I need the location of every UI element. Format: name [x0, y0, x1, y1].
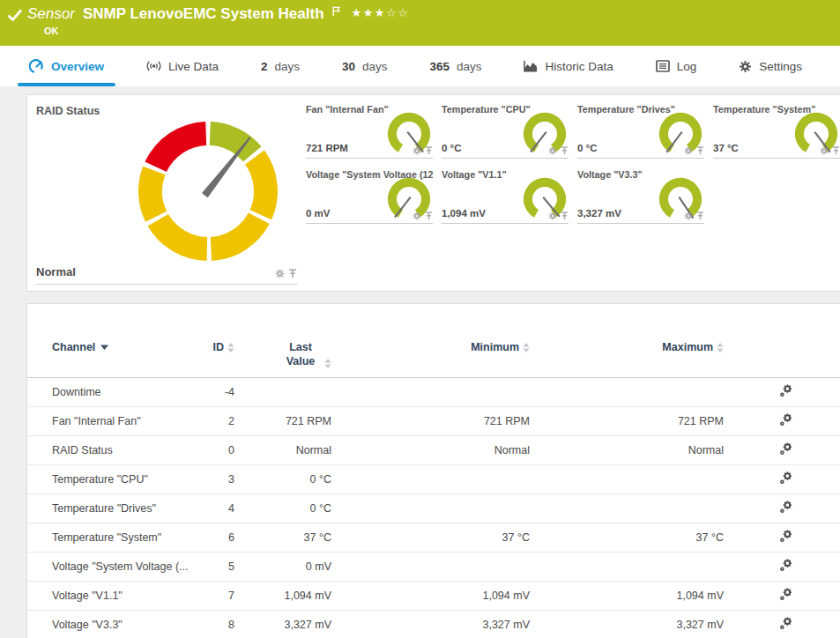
edit-channel-icon[interactable]: [779, 501, 792, 514]
cell-last-value: 1,094 mV: [234, 590, 331, 602]
gear-icon[interactable]: [684, 146, 693, 155]
tab-2-days[interactable]: 2 days: [249, 46, 311, 86]
column-header-minimum[interactable]: Minimum: [331, 341, 530, 353]
pin-icon[interactable]: [288, 269, 297, 278]
pin-icon[interactable]: [696, 146, 704, 155]
cell-minimum: 721 RPM: [331, 415, 530, 427]
edit-channel-icon[interactable]: [779, 559, 792, 572]
area-chart-icon: [524, 60, 538, 73]
table-row-voltage-v3-3[interactable]: Voltage "V3.3" 8 3,327 mV 3,327 mV 3,327…: [27, 611, 840, 638]
cell-id: 3: [209, 473, 234, 486]
column-header-id[interactable]: ID: [209, 341, 234, 353]
table-row-temperature-drives[interactable]: Temperature "Drives" 4 0 °C: [27, 494, 840, 523]
cell-id: 0: [209, 444, 234, 456]
gear-icon[interactable]: [413, 146, 421, 155]
prtg-sensor-overview-page: Sensor SNMP LenovoEMC System Health ★★★☆…: [0, 0, 840, 638]
gauge-temperature-drives: Temperature "Drives" 0 °C: [577, 104, 704, 159]
edit-channel-icon[interactable]: [779, 588, 792, 601]
gauge-fan-internal-fan: Fan "Internal Fan" 721 RPM: [306, 104, 433, 159]
gear-icon[interactable]: [548, 211, 557, 220]
cell-maximum: 1,094 mV: [530, 590, 724, 602]
column-label: Minimum: [471, 341, 519, 353]
gauge-value: 1,094 mV: [442, 208, 486, 219]
cell-last-value: 721 RPM: [234, 415, 331, 427]
cell-id: 2: [209, 415, 234, 427]
tab-30-days[interactable]: 30 days: [331, 46, 399, 86]
cell-last-value: 0 mV: [234, 560, 331, 573]
column-label: Channel: [52, 341, 95, 353]
edit-channel-icon[interactable]: [779, 384, 792, 397]
cell-maximum: 37 °C: [530, 531, 724, 544]
gauge-value: 0 mV: [306, 208, 331, 219]
broadcast-icon: [146, 59, 161, 73]
cell-id: 6: [209, 531, 234, 544]
table-row-voltage-system[interactable]: Voltage "System Voltage (... 5 0 mV: [27, 553, 840, 582]
tab-log[interactable]: Log: [644, 46, 709, 86]
table-row-fan-internal-fan[interactable]: Fan "Internal Fan" 2 721 RPM 721 RPM 721…: [27, 407, 840, 436]
tab-overview[interactable]: Overview: [18, 46, 115, 86]
cell-last-value: Normal: [234, 444, 331, 456]
cell-minimum: Normal: [331, 444, 530, 456]
stars-empty: ☆☆: [386, 6, 409, 19]
sensor-title-line: Sensor SNMP LenovoEMC System Health ★★★☆…: [27, 5, 409, 23]
gauges-panel: RAID Status Normal: [26, 94, 840, 292]
gear-icon[interactable]: [684, 211, 693, 220]
object-type-label: Sensor: [27, 5, 75, 23]
pin-icon[interactable]: [425, 146, 433, 155]
table-row-temperature-system[interactable]: Temperature "System" 6 37 °C 37 °C 37 °C: [27, 523, 840, 553]
cell-id: 5: [209, 560, 234, 573]
tab-label: Historic Data: [545, 60, 613, 73]
column-header-channel[interactable]: Channel: [52, 341, 209, 353]
gear-icon[interactable]: [548, 146, 557, 155]
raid-gauge-value: Normal: [36, 265, 76, 278]
column-header-maximum[interactable]: Maximum: [530, 341, 724, 353]
cell-minimum: 3,327 mV: [331, 619, 530, 631]
edit-channel-icon[interactable]: [779, 442, 792, 456]
cell-minimum: 37 °C: [331, 531, 530, 544]
pin-icon[interactable]: [696, 211, 704, 220]
gear-icon[interactable]: [820, 146, 829, 155]
gauge-value: 0 °C: [442, 143, 462, 153]
mini-gauge-grid: Fan "Internal Fan" 721 RPM Temperature "…: [306, 104, 840, 224]
flag-icon[interactable]: [332, 6, 340, 17]
cell-channel: Temperature "CPU": [52, 473, 209, 486]
priority-rating[interactable]: ★★★☆☆: [352, 6, 410, 19]
gear-icon[interactable]: [275, 269, 285, 278]
tab-settings[interactable]: Settings: [727, 46, 814, 86]
table-row-raid-status[interactable]: RAID Status 0 Normal Normal Normal: [27, 436, 840, 465]
edit-channel-icon[interactable]: [779, 530, 792, 543]
cell-last-value: 37 °C: [234, 531, 331, 544]
cell-channel: Voltage "System Voltage (...: [52, 560, 209, 573]
cell-last-value: 0 °C: [234, 502, 331, 515]
column-label: Last Value: [280, 341, 321, 368]
cell-id: -4: [209, 386, 234, 398]
tab-live-data[interactable]: Live Data: [135, 46, 230, 86]
table-row-downtime[interactable]: Downtime -4: [27, 378, 840, 407]
raid-gauge-footer: Normal: [36, 265, 297, 285]
gauge-value: 721 RPM: [306, 143, 348, 153]
channel-table-panel: Channel ID Last Value Minimum Maximum: [26, 303, 840, 638]
cell-last-value: 3,327 mV: [234, 619, 331, 631]
tab-historic-data[interactable]: Historic Data: [512, 46, 624, 86]
gear-icon[interactable]: [413, 211, 421, 220]
edit-channel-icon[interactable]: [779, 413, 792, 427]
gauge-icon: [29, 59, 44, 74]
tab-label: days: [457, 60, 482, 73]
pin-icon[interactable]: [832, 146, 840, 155]
tab-number: 365: [429, 60, 450, 73]
gauge-voltage-v3-3: Voltage "V3.3" 3,327 mV: [577, 169, 704, 224]
edit-channel-icon[interactable]: [779, 617, 792, 630]
table-row-temperature-cpu[interactable]: Temperature "CPU" 3 0 °C: [27, 465, 840, 494]
edit-channel-icon[interactable]: [779, 471, 792, 485]
column-header-last-value[interactable]: Last Value: [234, 341, 331, 368]
gauge-value: 37 °C: [713, 143, 739, 153]
pin-icon[interactable]: [561, 146, 569, 155]
tab-365-days[interactable]: 365 days: [418, 46, 493, 86]
pin-icon[interactable]: [561, 211, 569, 220]
raid-status-gauge: [133, 116, 283, 266]
sort-icon: [717, 343, 724, 352]
table-row-voltage-v1-1[interactable]: Voltage "V1.1" 7 1,094 mV 1,094 mV 1,094…: [27, 582, 840, 611]
table-header-row: Channel ID Last Value Minimum Maximum: [27, 304, 840, 378]
sensor-tab-bar: Overview Live Data 2 days 30 days 365 da…: [0, 46, 840, 86]
pin-icon[interactable]: [425, 211, 433, 220]
